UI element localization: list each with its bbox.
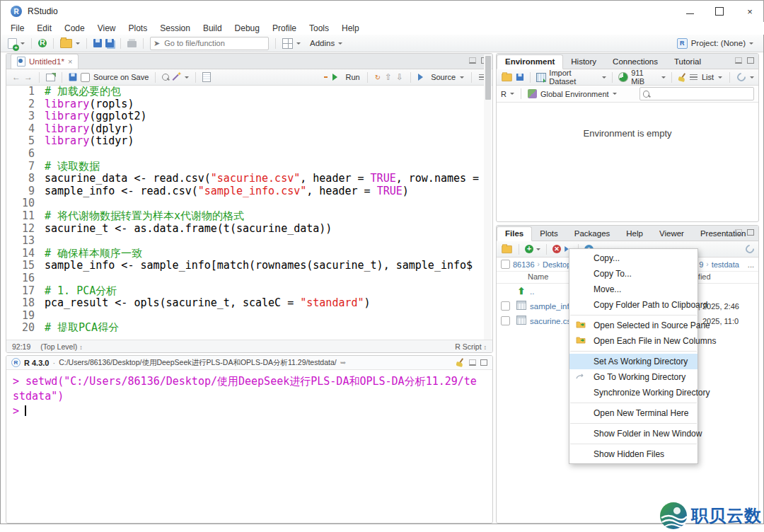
list-view-button[interactable]: List [702,73,714,81]
file-checkbox[interactable] [501,316,510,325]
goto-file-search[interactable]: ➤ [150,37,269,50]
console-minimize-icon[interactable] [469,359,476,366]
new-file-button[interactable] [8,37,17,50]
goto-file-input[interactable] [163,38,265,48]
refresh-environment-icon[interactable] [736,71,748,83]
print-button[interactable] [127,37,137,50]
doc-type-selector[interactable]: R Script ↕ [455,342,487,351]
pane-maximize-icon[interactable] [747,229,754,236]
pane-layout-button[interactable] [282,37,293,50]
maximize-button[interactable] [715,7,724,16]
pane-minimize-icon[interactable] [735,57,742,64]
code-tools-icon[interactable] [173,73,181,81]
menubar-item-profile[interactable]: Profile [272,23,296,33]
language-selector[interactable]: R [501,90,507,98]
tab-help[interactable]: Help [618,227,652,241]
source-up-icon[interactable]: ⇧ [385,72,392,82]
clear-environment-icon[interactable] [678,73,687,82]
menubar-item-build[interactable]: Build [203,23,222,33]
menubar-item-code[interactable]: Code [64,23,85,33]
menu-item-copy-folder-path-to-clipboard[interactable]: Copy Folder Path to Clipboard [569,297,698,313]
delete-file-icon[interactable]: ✕ [552,245,561,253]
new-project-button[interactable]: R [38,37,47,50]
breadcrumb-item[interactable]: Desktop [543,260,571,269]
source-button[interactable]: Source [431,73,456,81]
menu-item-go-to-working-directory[interactable]: Go To Working Directory [569,369,698,385]
open-file-dropdown-icon[interactable] [76,42,80,47]
menubar-item-help[interactable]: Help [342,23,359,33]
file-checkbox[interactable] [501,301,510,311]
breadcrumb-overflow[interactable]: ... [748,260,754,269]
goto-directory-icon[interactable]: ➥ [340,359,346,366]
addins-button[interactable]: Addins [310,39,335,47]
menu-item-copy[interactable]: Copy... [569,250,698,266]
pane-minimize-icon[interactable] [735,229,742,236]
breadcrumb-checkbox[interactable] [501,260,510,269]
import-dataset-button[interactable]: Import Dataset [549,69,599,86]
menu-item-show-hidden-files[interactable]: Show Hidden Files [569,446,698,462]
clear-console-icon[interactable] [456,358,465,367]
import-dataset-icon[interactable] [536,73,547,82]
menubar-item-plots[interactable]: Plots [129,23,148,33]
run-button[interactable]: Run [345,73,359,81]
menu-item-show-folder-in-new-window[interactable]: Show Folder in New Window [569,426,698,441]
breadcrumb-item[interactable]: testdata [712,260,739,269]
run-icon[interactable] [332,74,341,81]
environment-scope-selector[interactable]: Global Environment [540,90,609,98]
find-replace-icon[interactable] [162,74,169,81]
file-name[interactable]: .. [530,287,534,296]
back-icon[interactable]: ← [12,72,21,82]
tab-untitled1[interactable]: Untitled1* × [11,54,79,69]
menubar-item-debug[interactable]: Debug [235,23,260,33]
tab-viewer[interactable]: Viewer [652,227,693,241]
popout-icon[interactable] [46,74,55,81]
load-workspace-icon[interactable] [502,73,511,81]
menu-item-copy-to[interactable]: Copy To... [569,266,698,282]
environment-search[interactable] [639,87,754,100]
tab-environment[interactable]: Environment [497,54,563,69]
menu-item-open-selected-in-source-pane[interactable]: Open Selected in Source Pane [569,318,698,333]
save-document-icon[interactable] [69,74,77,81]
save-button[interactable] [93,37,102,50]
new-folder-icon[interactable] [502,245,511,253]
memory-usage-label[interactable]: 911 MiB [631,69,659,86]
column-name[interactable]: Name [528,272,548,281]
tab-connections[interactable]: Connections [605,55,666,69]
editor-vertical-scrollbar[interactable] [484,54,492,343]
menu-item-open-each-file-in-new-columns[interactable]: Open Each File in New Columns [569,333,698,349]
menu-item-move[interactable]: Move... [569,282,698,297]
menubar-item-tools[interactable]: Tools [309,23,329,33]
close-button[interactable]: × [745,6,755,16]
menu-item-set-as-working-directory[interactable]: Set As Working Directory [569,354,698,369]
rerun-icon[interactable]: ↻ [375,74,381,81]
tab-history[interactable]: History [563,55,605,69]
new-file-dropdown-icon[interactable] [21,42,25,47]
save-all-button[interactable] [105,37,114,50]
menubar-item-file[interactable]: File [11,23,24,33]
project-selector[interactable]: R Project: (None) [677,38,753,49]
source-icon[interactable] [418,74,427,81]
forward-icon[interactable]: → [24,72,33,82]
source-on-save-checkbox[interactable] [81,73,90,82]
scope-selector[interactable]: (Top Level) ↕ [40,342,82,351]
new-blank-file-icon[interactable]: + [525,245,533,253]
menu-item-open-new-terminal-here[interactable]: Open New Terminal Here [569,405,698,421]
code-editor[interactable]: 1# 加载必要的包2library(ropls)3library(ggplot2… [6,86,492,332]
breadcrumb-item[interactable]: 86136 [513,260,535,269]
compile-report-icon[interactable] [202,72,211,82]
source-dropdown-icon[interactable] [460,76,464,81]
menubar-item-view[interactable]: View [98,23,116,33]
open-file-button[interactable] [60,37,72,50]
console-output[interactable]: > setwd("C:/Users/86136/Desktop/使用DeepSe… [6,370,492,423]
pane-maximize-icon[interactable] [747,57,754,64]
addins-dropdown-icon[interactable] [338,42,342,47]
code-tools-dropdown-icon[interactable] [185,76,189,81]
tab-close-icon[interactable]: × [68,58,72,65]
pane-minimize-icon[interactable] [469,57,476,64]
tab-packages[interactable]: Packages [567,227,619,241]
menu-item-synchronize-working-directory[interactable]: Synchronize Working Directory [569,385,698,400]
menubar-item-session[interactable]: Session [160,23,190,33]
environment-search-input[interactable] [652,89,751,99]
minimize-button[interactable] [686,8,694,14]
tab-tutorial[interactable]: Tutorial [666,55,710,69]
